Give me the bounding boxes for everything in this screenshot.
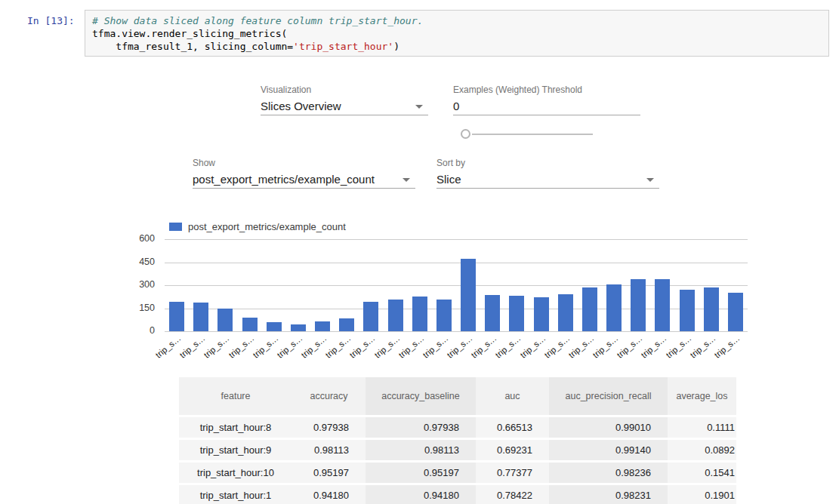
threshold-input[interactable]: 0 <box>453 98 640 115</box>
column-header[interactable]: auc <box>476 377 549 415</box>
metric-cell: 0.1541 <box>668 463 736 483</box>
metric-cell: 0.94180 <box>366 485 476 504</box>
metric-cell: 0.98231 <box>549 485 668 504</box>
gridline <box>165 331 748 332</box>
bar[interactable] <box>242 318 258 331</box>
metric-cell: 0.97938 <box>292 417 366 438</box>
x-axis-labels: trip_s…trip_s…trip_s…trip_s…trip_s…trip_… <box>165 333 748 365</box>
code-line-3: tfma_result_1, slicing_column= <box>92 41 293 52</box>
metric-cell: 0.97938 <box>366 417 476 438</box>
bar[interactable] <box>558 294 573 331</box>
show-dropdown-value: post_export_metrics/example_count <box>193 173 375 186</box>
table-row[interactable]: trip_start_hour:90.981130.981130.692310.… <box>179 440 736 460</box>
bar-chart-plot <box>165 239 748 332</box>
column-header[interactable]: accuracy <box>292 377 366 415</box>
bar[interactable] <box>217 309 233 331</box>
y-axis-labels: 0150300450600 <box>116 239 155 345</box>
y-axis-tick-label: 600 <box>116 233 155 244</box>
dropdown-arrow-icon[interactable] <box>403 178 410 182</box>
feature-cell: trip_start_hour:1 <box>179 485 292 504</box>
metric-cell: 0.78422 <box>476 485 549 504</box>
metrics-table-head-row: featureaccuracyaccuracy_baselineaucauc_p… <box>179 377 736 415</box>
bar[interactable] <box>655 279 670 331</box>
legend-label: post_export_metrics/example_count <box>188 221 346 232</box>
bar[interactable] <box>315 321 330 331</box>
code-cell[interactable]: # Show data sliced along feature column … <box>85 10 829 57</box>
bar[interactable] <box>412 297 427 331</box>
bar[interactable] <box>363 302 378 331</box>
column-header[interactable]: feature <box>179 377 292 415</box>
y-axis-tick-label: 300 <box>116 279 155 290</box>
metrics-table-body: trip_start_hour:80.979380.979380.665130.… <box>179 417 736 504</box>
code-comment: # Show data sliced along feature column … <box>92 15 423 26</box>
y-axis-tick-label: 450 <box>116 257 155 267</box>
sort-by-label: Sort by <box>436 158 465 168</box>
bar[interactable] <box>291 324 306 331</box>
bar[interactable] <box>704 287 719 331</box>
bar[interactable] <box>728 293 743 331</box>
feature-cell: trip_start_hour:8 <box>179 417 292 438</box>
gridline <box>165 263 748 263</box>
metric-cell: 0.77377 <box>476 463 549 483</box>
show-label: Show <box>193 158 215 168</box>
column-header[interactable]: average_los <box>668 377 736 415</box>
bar[interactable] <box>606 284 622 331</box>
bar[interactable] <box>680 290 695 332</box>
y-axis-tick-label: 0 <box>116 325 155 336</box>
metrics-table: featureaccuracyaccuracy_baselineaucauc_p… <box>179 375 736 504</box>
threshold-value: 0 <box>453 100 459 112</box>
dropdown-arrow-icon[interactable] <box>646 178 654 182</box>
column-header[interactable]: auc_precision_recall <box>549 377 668 415</box>
bar[interactable] <box>193 303 208 331</box>
bar[interactable] <box>582 287 597 331</box>
metric-cell: 0.66513 <box>476 417 549 438</box>
table-row[interactable]: trip_start_hour:80.979380.979380.665130.… <box>179 417 736 438</box>
sort-by-dropdown[interactable]: Slice <box>436 171 659 189</box>
metric-cell: 0.1901 <box>668 485 736 504</box>
metric-cell: 0.98113 <box>292 440 366 460</box>
notebook-page: In [13]: # Show data sliced along featur… <box>0 0 839 504</box>
code-line-3-close: ) <box>393 41 399 52</box>
metric-cell: 0.99010 <box>549 417 668 438</box>
bar[interactable] <box>461 259 476 331</box>
metric-cell: 0.95197 <box>366 463 476 483</box>
column-header[interactable]: accuracy_baseline <box>366 377 476 415</box>
metric-cell: 0.69231 <box>476 440 549 460</box>
legend-swatch <box>169 223 182 231</box>
bar[interactable] <box>485 295 500 331</box>
metric-cell: 0.94180 <box>292 485 366 504</box>
metric-cell: 0.1111 <box>668 417 736 438</box>
slider-knob[interactable] <box>461 129 470 139</box>
table-row[interactable]: trip_start_hour:10.941800.941800.784220.… <box>179 485 736 504</box>
bar[interactable] <box>534 297 549 331</box>
show-dropdown[interactable]: post_export_metrics/example_count <box>193 171 415 189</box>
dropdown-arrow-icon[interactable] <box>415 105 423 109</box>
table-row[interactable]: trip_start_hour:100.951970.951970.773770… <box>179 463 736 483</box>
slider-track[interactable] <box>472 134 593 135</box>
visualization-dropdown-value: Slices Overview <box>261 100 341 112</box>
code-string: 'trip_start_hour' <box>293 41 393 52</box>
bar[interactable] <box>509 296 524 331</box>
bar[interactable] <box>339 318 354 331</box>
gridline <box>165 239 748 240</box>
metric-cell: 0.95197 <box>292 463 366 483</box>
bar[interactable] <box>267 322 282 331</box>
threshold-slider[interactable] <box>461 129 594 139</box>
code-line-2: tfma.view.render_slicing_metrics( <box>92 28 287 39</box>
feature-cell: trip_start_hour:10 <box>179 463 292 483</box>
y-axis-tick-label: 150 <box>116 303 155 313</box>
metric-cell: 0.98113 <box>366 440 476 460</box>
metric-cell: 0.0892 <box>668 440 736 460</box>
bar[interactable] <box>436 300 452 331</box>
bar[interactable] <box>388 300 403 331</box>
bar[interactable] <box>169 302 184 331</box>
sort-by-dropdown-value: Slice <box>436 173 461 186</box>
feature-cell: trip_start_hour:9 <box>179 440 292 460</box>
threshold-label: Examples (Weighted) Threshold <box>453 85 582 95</box>
metric-cell: 0.99140 <box>549 440 668 460</box>
visualization-dropdown[interactable]: Slices Overview <box>261 98 428 115</box>
bar[interactable] <box>631 279 646 331</box>
notebook-prompt: In [13]: <box>27 15 75 26</box>
metric-cell: 0.98236 <box>549 463 668 483</box>
visualization-label: Visualization <box>261 85 311 95</box>
